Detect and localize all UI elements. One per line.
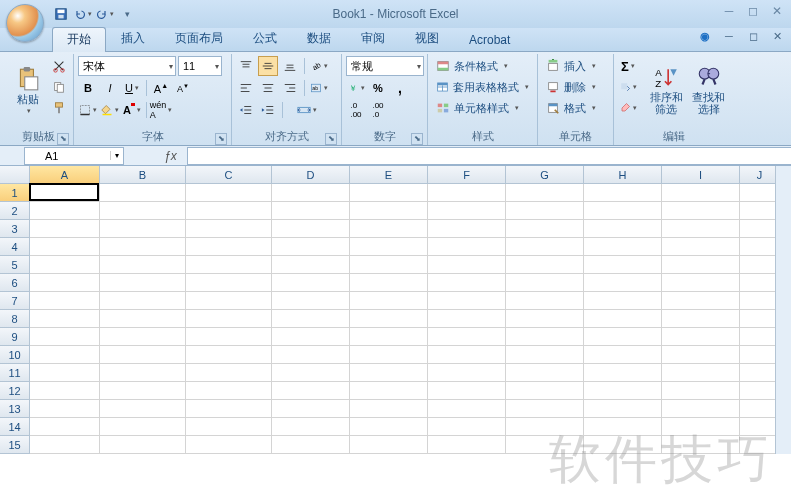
cell[interactable]	[350, 382, 428, 400]
conditional-format-button[interactable]: 条件格式▾	[432, 56, 533, 76]
cell[interactable]	[186, 202, 272, 220]
fill-button[interactable]: ▾	[618, 77, 638, 97]
cell[interactable]	[30, 202, 100, 220]
cell[interactable]	[272, 202, 350, 220]
office-button[interactable]	[6, 4, 44, 42]
align-left-button[interactable]	[236, 78, 256, 98]
cell[interactable]	[740, 346, 780, 364]
cell[interactable]	[272, 400, 350, 418]
cell[interactable]	[428, 346, 506, 364]
cell[interactable]	[506, 292, 584, 310]
font-size-combo[interactable]: 11▾	[178, 56, 222, 76]
increase-indent-button[interactable]	[258, 100, 278, 120]
cell[interactable]	[186, 256, 272, 274]
cell[interactable]	[186, 418, 272, 436]
format-cells-button[interactable]: 格式▾	[542, 98, 609, 118]
insert-cells-button[interactable]: 插入▾	[542, 56, 609, 76]
cell[interactable]	[100, 364, 186, 382]
restore-workbook-button[interactable]: ◻	[745, 30, 761, 46]
cell[interactable]	[428, 202, 506, 220]
row-header[interactable]: 14	[0, 418, 30, 436]
cell[interactable]	[428, 382, 506, 400]
tab-data[interactable]: 数据	[292, 26, 346, 51]
comma-button[interactable]: ,	[390, 78, 410, 98]
cell[interactable]	[740, 220, 780, 238]
cell[interactable]	[662, 238, 740, 256]
align-bottom-button[interactable]	[280, 56, 300, 76]
row-header[interactable]: 6	[0, 274, 30, 292]
cell[interactable]	[584, 238, 662, 256]
tab-view[interactable]: 视图	[400, 26, 454, 51]
grow-font-button[interactable]: A▲	[151, 78, 171, 98]
cell[interactable]	[186, 310, 272, 328]
cell[interactable]	[350, 436, 428, 454]
cell[interactable]	[662, 382, 740, 400]
cell[interactable]	[584, 292, 662, 310]
cell[interactable]	[584, 364, 662, 382]
tab-home[interactable]: 开始	[52, 27, 106, 52]
cell[interactable]	[584, 436, 662, 454]
cell[interactable]	[428, 364, 506, 382]
cell[interactable]	[506, 310, 584, 328]
autosum-button[interactable]: Σ▾	[618, 56, 638, 76]
font-dialog-launcher[interactable]: ⬊	[215, 133, 227, 145]
align-top-button[interactable]	[236, 56, 256, 76]
cell[interactable]	[186, 382, 272, 400]
cell[interactable]	[350, 418, 428, 436]
merge-center-button[interactable]: ▾	[287, 100, 327, 120]
cell[interactable]	[740, 310, 780, 328]
column-header[interactable]: C	[186, 166, 272, 184]
cell[interactable]	[350, 274, 428, 292]
cell[interactable]	[30, 400, 100, 418]
cell[interactable]	[30, 256, 100, 274]
cell[interactable]	[186, 346, 272, 364]
cell[interactable]	[506, 238, 584, 256]
cell[interactable]	[30, 328, 100, 346]
cell[interactable]	[506, 256, 584, 274]
cell[interactable]	[350, 346, 428, 364]
cell[interactable]	[584, 400, 662, 418]
row-header[interactable]: 2	[0, 202, 30, 220]
cell[interactable]	[506, 436, 584, 454]
cell[interactable]	[30, 220, 100, 238]
cell[interactable]	[30, 310, 100, 328]
cell[interactable]	[272, 184, 350, 202]
cell[interactable]	[428, 184, 506, 202]
minimize-ribbon-button[interactable]: ─	[721, 30, 737, 46]
qat-customize-icon[interactable]: ▾	[118, 5, 136, 23]
cell[interactable]	[428, 292, 506, 310]
cell[interactable]	[662, 400, 740, 418]
cell[interactable]	[350, 292, 428, 310]
accounting-button[interactable]: ￥▾	[346, 78, 366, 98]
underline-button[interactable]: U▾	[122, 78, 142, 98]
cell[interactable]	[30, 274, 100, 292]
cell[interactable]	[186, 220, 272, 238]
row-header[interactable]: 12	[0, 382, 30, 400]
cell[interactable]	[506, 220, 584, 238]
cell[interactable]	[350, 310, 428, 328]
cell[interactable]	[662, 274, 740, 292]
formula-input[interactable]	[187, 147, 791, 165]
cell[interactable]	[662, 202, 740, 220]
row-header[interactable]: 5	[0, 256, 30, 274]
cell[interactable]	[350, 364, 428, 382]
cell[interactable]	[30, 292, 100, 310]
cell[interactable]	[272, 436, 350, 454]
redo-icon[interactable]: ▾	[96, 5, 114, 23]
cell[interactable]	[272, 328, 350, 346]
cell[interactable]	[662, 346, 740, 364]
cell[interactable]	[100, 436, 186, 454]
column-header[interactable]: E	[350, 166, 428, 184]
cell[interactable]	[428, 238, 506, 256]
orientation-button[interactable]: ab▾	[309, 56, 329, 76]
vertical-scrollbar[interactable]	[775, 166, 791, 454]
fill-color-button[interactable]: ▾	[100, 100, 120, 120]
fx-button[interactable]: ƒx	[164, 149, 177, 163]
cell[interactable]	[100, 292, 186, 310]
cell[interactable]	[272, 310, 350, 328]
cell[interactable]	[350, 184, 428, 202]
column-header[interactable]: A	[30, 166, 100, 184]
cell[interactable]	[272, 382, 350, 400]
cell[interactable]	[428, 274, 506, 292]
italic-button[interactable]: I	[100, 78, 120, 98]
